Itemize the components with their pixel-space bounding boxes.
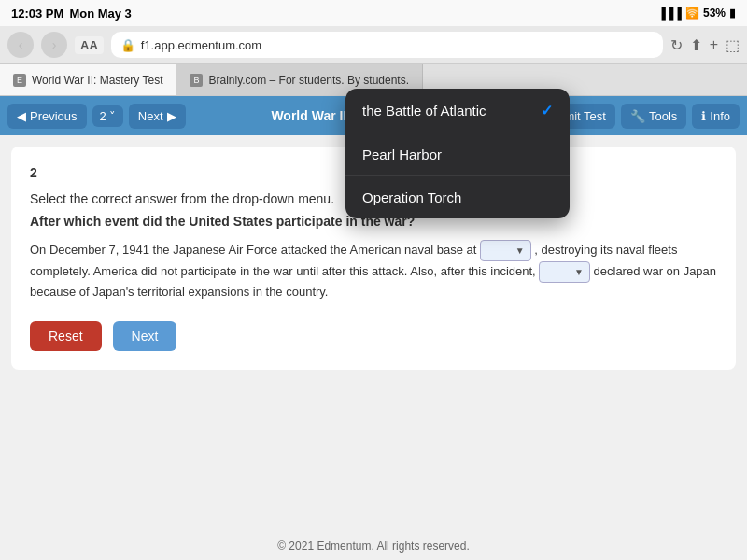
question-number-display[interactable]: 2 ˅ bbox=[92, 105, 123, 127]
reload-icon[interactable]: ↻ bbox=[670, 36, 683, 54]
next-label-toolbar: Next bbox=[138, 109, 163, 123]
add-tab-icon[interactable]: + bbox=[710, 36, 718, 53]
info-button[interactable]: ℹ Info bbox=[692, 104, 740, 129]
status-bar: 12:03 PM Mon May 3 ▐▐▐ 🛜 53% ▮ bbox=[0, 0, 747, 26]
reset-label: Reset bbox=[49, 329, 83, 343]
aa-label: AA bbox=[75, 36, 104, 54]
action-buttons: Reset Next bbox=[30, 321, 717, 351]
dropdown-2-arrow: ▼ bbox=[574, 265, 584, 280]
status-left: 12:03 PM Mon May 3 bbox=[11, 7, 132, 21]
address-bar: 🔒 f1.app.edmentum.com bbox=[111, 32, 663, 58]
dropdown-item-label-2: Pearl Harbor bbox=[362, 147, 442, 162]
tools-button[interactable]: 🔧 Tools bbox=[621, 104, 686, 129]
tab-icon-2: B bbox=[190, 74, 203, 87]
tools-icon: 🔧 bbox=[630, 109, 645, 123]
info-icon: ℹ bbox=[701, 109, 706, 123]
day-display: Mon May 3 bbox=[69, 7, 131, 21]
share-icon[interactable]: ⬆ bbox=[690, 36, 702, 54]
dropdown-menu: the Battle of Atlantic ✓ Pearl Harbor Op… bbox=[345, 89, 570, 218]
back-button[interactable]: ‹ bbox=[7, 32, 34, 58]
wifi-icon: 🛜 bbox=[685, 7, 699, 20]
battery-icon: ▮ bbox=[729, 7, 736, 20]
dropdown-item-torch[interactable]: Operation Torch bbox=[345, 176, 570, 218]
tabs-icon[interactable]: ⬚ bbox=[726, 36, 740, 54]
copyright-text: © 2021 Edmentum. All rights reserved. bbox=[277, 539, 470, 553]
dropdown-item-label-1: the Battle of Atlantic bbox=[362, 103, 486, 119]
lock-icon: 🔒 bbox=[120, 38, 135, 52]
passage-text: On December 7, 1941 the Japanese Air For… bbox=[30, 240, 717, 302]
previous-label: Previous bbox=[30, 109, 78, 123]
next-arrow-icon: ▶ bbox=[167, 109, 176, 123]
browser-chrome: ‹ › AA 🔒 f1.app.edmentum.com ↻ ⬆ + ⬚ bbox=[0, 26, 747, 64]
question-num-value: 2 bbox=[100, 109, 106, 123]
prev-arrow-icon: ◀ bbox=[17, 109, 26, 123]
next-button-main[interactable]: Next bbox=[113, 321, 177, 351]
time-display: 12:03 PM bbox=[11, 7, 63, 21]
status-right: ▐▐▐ 🛜 53% ▮ bbox=[657, 7, 736, 20]
chevron-down-icon: ˅ bbox=[109, 109, 116, 123]
dropdown-item-pearl[interactable]: Pearl Harbor bbox=[345, 133, 570, 176]
signal-icon: ▐▐▐ bbox=[657, 7, 682, 20]
footer: © 2021 Edmentum. All rights reserved. bbox=[0, 532, 747, 560]
dropdown-item-label-3: Operation Torch bbox=[362, 189, 461, 205]
tools-label: Tools bbox=[649, 109, 677, 123]
url-display: f1.app.edmentum.com bbox=[141, 38, 261, 52]
reset-button[interactable]: Reset bbox=[30, 321, 102, 351]
previous-button[interactable]: ◀ Previous bbox=[7, 104, 87, 129]
tab-mastery-test[interactable]: E World War II: Mastery Test bbox=[0, 64, 176, 95]
checkmark-icon: ✓ bbox=[541, 102, 553, 119]
forward-button[interactable]: › bbox=[41, 32, 67, 58]
dropdown-1-arrow: ▼ bbox=[515, 244, 525, 259]
info-label: Info bbox=[710, 109, 730, 123]
next-button-toolbar[interactable]: Next ▶ bbox=[129, 104, 186, 129]
battery-display: 53% bbox=[703, 7, 726, 20]
passage-part1: On December 7, 1941 the Japanese Air For… bbox=[30, 243, 476, 257]
dropdown-item-battle[interactable]: the Battle of Atlantic ✓ bbox=[345, 89, 570, 133]
tab-label-1: World War II: Mastery Test bbox=[32, 74, 162, 87]
next-label-main: Next bbox=[132, 329, 159, 343]
dropdown-2[interactable]: ▼ bbox=[539, 261, 590, 283]
tab-icon-1: E bbox=[13, 74, 26, 87]
tab-label-2: Brainly.com – For students. By students. bbox=[208, 74, 409, 87]
dropdown-1[interactable]: ▼ bbox=[480, 240, 531, 261]
